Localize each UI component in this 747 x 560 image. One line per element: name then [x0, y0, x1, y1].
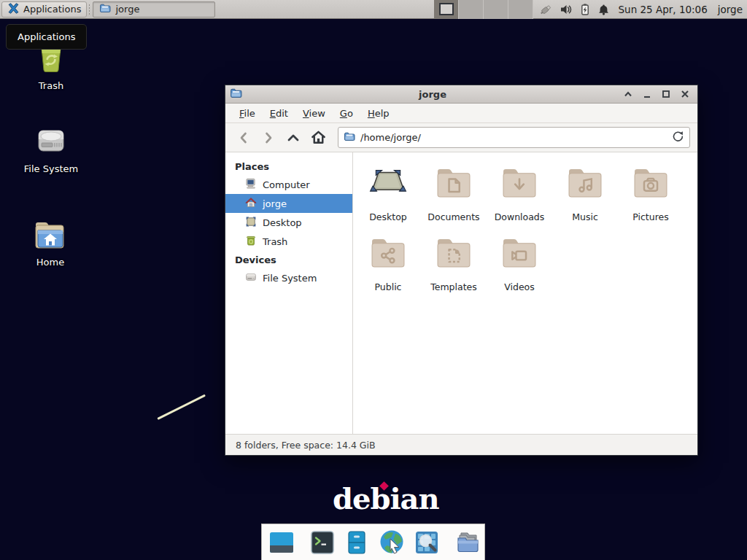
reload-icon[interactable]: [672, 130, 684, 145]
top-panel: Applications jorge Sun 25 Apr, 10:06 jor…: [0, 0, 747, 19]
system-tray: [539, 2, 610, 16]
file-item-videos[interactable]: Videos: [487, 231, 552, 301]
workspace-2[interactable]: [459, 0, 484, 19]
menu-help[interactable]: Help: [361, 105, 396, 122]
workspace-1[interactable]: [434, 0, 459, 19]
menu-go[interactable]: Go: [333, 105, 360, 122]
show-desktop-icon[interactable]: [268, 529, 295, 556]
file-item-label: Templates: [430, 281, 477, 292]
forward-button[interactable]: [258, 128, 279, 148]
terminal-icon[interactable]: [309, 529, 336, 556]
desktop-icon-home[interactable]: Home: [10, 217, 90, 268]
workspace-window-preview: [439, 3, 454, 15]
sidebar-item-label: Trash: [263, 236, 287, 247]
xfce-logo-icon: [7, 2, 20, 17]
location-bar[interactable]: /home/jorge/: [338, 127, 690, 148]
file-item-label: Public: [375, 281, 402, 292]
file-item-public[interactable]: Public: [355, 231, 421, 301]
harddrive-icon: [11, 122, 91, 160]
harddrive-small-icon: [245, 271, 257, 285]
folder-public-icon: [365, 231, 411, 279]
menu-bar: File Edit View Go Help: [225, 104, 697, 123]
folder-videos-icon: [496, 231, 543, 279]
panel-grip-handle[interactable]: [88, 4, 91, 15]
web-browser-icon[interactable]: [377, 528, 406, 557]
sidebar-item-file-system[interactable]: File System: [225, 268, 352, 287]
tooltip-text: Applications: [18, 31, 75, 42]
taskbar-window-label: jorge: [115, 4, 139, 15]
applications-label: Applications: [23, 4, 81, 15]
up-button[interactable]: [282, 128, 304, 148]
folder-icon: [230, 87, 242, 102]
workspace-4[interactable]: [508, 0, 533, 19]
toolbar: /home/jorge/: [225, 123, 697, 152]
workspace-3[interactable]: [484, 0, 508, 19]
file-item-label: Downloads: [495, 211, 545, 222]
folder-pictures-icon: [627, 161, 674, 209]
folder-music-icon: [562, 161, 608, 209]
file-item-label: Music: [572, 211, 598, 222]
file-item-downloads[interactable]: Downloads: [487, 161, 552, 231]
folder-templates-icon: [430, 231, 477, 279]
battery-icon[interactable]: [579, 3, 591, 16]
menu-file[interactable]: File: [233, 105, 262, 122]
app-finder-icon[interactable]: [413, 529, 441, 556]
applications-tooltip: Applications: [6, 24, 87, 50]
path-text[interactable]: /home/jorge/: [360, 132, 667, 143]
home-button[interactable]: [307, 128, 329, 148]
sidebar-item-computer[interactable]: Computer: [225, 175, 352, 194]
status-text: 8 folders, Free space: 14.4 GiB: [236, 440, 376, 451]
maximize-icon[interactable]: [661, 89, 671, 99]
desktop-icon: [245, 216, 257, 230]
menu-view[interactable]: View: [296, 105, 332, 122]
sidebar-item-label: jorge: [263, 198, 287, 209]
sidebar-header-devices: Devices: [225, 251, 352, 268]
desktop-surface-icon: [365, 161, 411, 209]
sidebar-item-desktop[interactable]: Desktop: [225, 213, 352, 232]
taskbar-window-button[interactable]: jorge: [93, 1, 214, 18]
sidebar: Places Computer jorge Desktop: [225, 152, 353, 434]
file-item-music[interactable]: Music: [552, 161, 618, 231]
desktop-icon-label: Home: [10, 257, 90, 268]
file-item-templates[interactable]: Templates: [421, 231, 487, 301]
home-red-icon: [245, 197, 257, 211]
debian-logo: debian: [333, 481, 439, 516]
window-content: Places Computer jorge Desktop: [225, 152, 697, 434]
username-label[interactable]: jorge: [718, 4, 743, 15]
sidebar-item-label: File System: [263, 273, 317, 284]
close-icon[interactable]: [680, 89, 690, 99]
minimize-icon[interactable]: [642, 89, 652, 99]
workspace-switcher[interactable]: [434, 0, 533, 19]
file-item-label: Videos: [504, 281, 535, 292]
window-title: jorge: [242, 89, 623, 100]
sidebar-item-trash[interactable]: Trash: [225, 232, 352, 251]
applications-menu-button[interactable]: Applications: [1, 1, 87, 18]
file-item-label: Desktop: [369, 211, 407, 222]
back-button[interactable]: [233, 128, 255, 148]
file-manager-window: jorge File Edit View Go Help: [225, 85, 698, 456]
sidebar-item-label: Desktop: [263, 217, 302, 228]
file-cabinet-icon[interactable]: [343, 529, 371, 556]
file-list-view[interactable]: Desktop Documents Downloads: [353, 152, 697, 434]
sidebar-item-jorge[interactable]: jorge: [225, 194, 352, 213]
file-manager-icon[interactable]: [454, 528, 483, 557]
shade-icon[interactable]: [623, 89, 633, 99]
notifications-bell-icon[interactable]: [597, 3, 610, 16]
file-item-label: Documents: [427, 211, 479, 222]
network-plug-icon[interactable]: [539, 2, 553, 16]
menu-edit[interactable]: Edit: [263, 105, 295, 122]
file-item-label: Pictures: [632, 211, 669, 222]
file-item-documents[interactable]: Documents: [421, 161, 487, 231]
volume-icon[interactable]: [560, 3, 573, 16]
window-titlebar[interactable]: jorge: [225, 85, 697, 104]
desktop-icon-file-system[interactable]: File System: [11, 122, 91, 174]
computer-icon: [245, 178, 257, 192]
status-bar: 8 folders, Free space: 14.4 GiB: [225, 434, 697, 455]
file-item-desktop[interactable]: Desktop: [355, 161, 421, 231]
folder-downloads-icon: [496, 161, 543, 209]
dock-panel: [261, 524, 485, 560]
home-folder-icon: [10, 217, 90, 254]
file-item-pictures[interactable]: Pictures: [618, 161, 684, 231]
clock[interactable]: Sun 25 Apr, 10:06: [619, 4, 708, 15]
trash-small-icon: [245, 235, 257, 249]
